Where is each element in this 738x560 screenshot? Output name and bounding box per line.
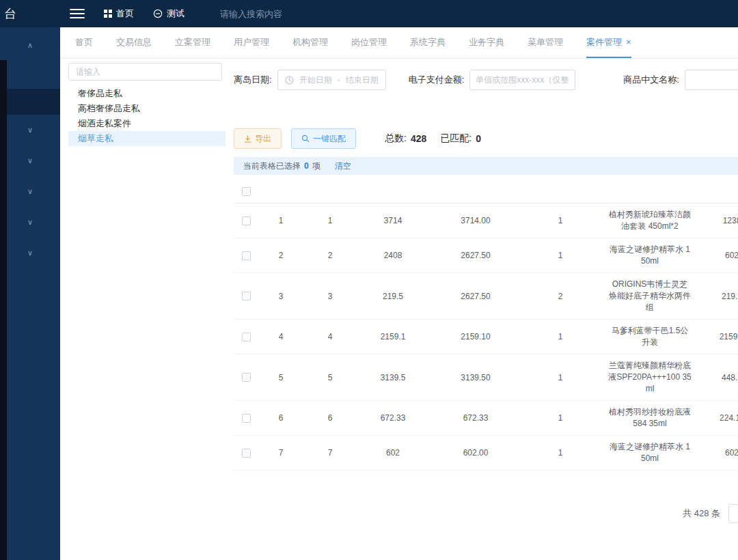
selection-prefix: 当前表格已选择 [243,160,301,172]
name-filter-label: 商品中文名称: [623,74,679,86]
cell-payment-amount: 2159.10 [429,332,522,341]
pagination-control[interactable] [728,504,738,523]
tab[interactable]: 案件管理 × [586,27,631,58]
row-checkbox[interactable] [242,292,251,300]
cell-total-price: 2159.1 [357,332,429,341]
one-click-match-button[interactable]: 一键匹配 [291,128,356,149]
date-start-placeholder[interactable]: 开始日期 [299,74,332,86]
tab[interactable]: 首页 [75,27,93,58]
select-all-checkbox[interactable] [242,187,251,196]
matched-label: 已匹配: [440,132,472,145]
cell-code: 6 [303,413,357,423]
date-end-placeholder[interactable]: 结束日期 [346,74,379,86]
cell-payment-amount: 672.33 [429,413,522,423]
tab[interactable]: 系统字典 [410,27,446,58]
row-checkbox[interactable] [242,449,251,458]
topbar-nav-test[interactable]: 测试 [153,8,184,20]
topbar-nav-home[interactable]: 首页 [104,8,134,20]
tab[interactable]: 立案管理 [175,27,210,58]
cell-product-seq: 1 [522,413,599,423]
sidebar-active-item[interactable] [0,89,60,115]
tab-label: 交易信息 [116,36,152,48]
clock-icon [285,76,294,85]
tree-item-label: 烟草走私 [78,133,113,143]
selection-suffix: 项 [312,160,320,172]
cell-index: 7 [258,448,303,458]
sidebar-group[interactable]: ∨ [0,176,60,207]
row-checkbox[interactable] [242,373,251,382]
cell-total-price: 219.5 [357,292,429,301]
tree-item[interactable]: 烟草走私 [68,131,226,146]
cell-product-name: 马爹利蓝带干邑1.5公升装 [599,320,701,354]
tree-search-input[interactable] [68,63,222,81]
table-row[interactable]: 8 8 1604.50 1604.50 1 卡诗菁纯亮泽经典香氛 160.45 [234,471,738,478]
selection-info-bar: 当前表格已选择 0 项 清空 [234,157,738,175]
table-row[interactable]: 6 6 672.33 672.33 1 植村秀羽纱持妆粉底液 584 35ml … [234,401,738,436]
minus-circle-icon [153,9,163,18]
table-row[interactable]: 1 1 3714 3714.00 1 植村秀新琥珀臻萃洁颜油套装 450ml*2… [234,204,738,238]
tab-label: 机构管理 [292,36,328,48]
tab[interactable]: 用户管理 [234,27,269,58]
tree-item[interactable]: 高档奢侈品走私 [68,101,226,116]
tab[interactable]: 菜单管理 [528,27,563,58]
cell-code: 4 [303,332,357,341]
cell-total-price: 3714 [357,216,429,225]
cell-code: 7 [303,448,357,458]
search-icon [301,135,310,143]
cell-product-name: 植村秀羽纱持妆粉底液 584 35ml [599,401,701,435]
tab-close-icon[interactable]: × [626,37,631,47]
sidebar-group[interactable]: ∨ [0,207,60,238]
row-checkbox[interactable] [242,414,251,423]
tab-label: 用户管理 [234,36,269,48]
tab[interactable]: 业务字典 [469,27,504,58]
cell-unit-price: 219.5 [701,292,738,301]
tab-bar: 首页 交易信息 立案管理 用户管理 机构管理 岗位管理 [60,27,738,59]
table-row[interactable]: 5 5 3139.5 3139.50 1 兰蔻菁纯臻颜精华粉底液SPF20PA+… [234,354,738,401]
cell-code: 1 [303,216,357,225]
table-header-row [234,180,738,204]
cell-index: 2 [258,251,303,260]
sidebar-group[interactable]: ∨ [0,145,60,176]
collapsed-sidebar: ∧ ∨ ∨ ∨ ∨ ∨ [0,27,60,560]
date-range-picker[interactable]: 开始日期 - 结束日期 [277,70,386,90]
tree-item[interactable]: 奢侈品走私 [68,86,226,101]
total-label: 总数: [385,132,407,145]
chevron-up-icon[interactable]: ∧ [0,41,60,52]
table-row[interactable]: 7 7 602 602.00 1 海蓝之谜修护精萃水 150ml 602 [234,436,738,471]
row-checkbox[interactable] [242,333,251,341]
selection-count: 0 [304,161,309,171]
cell-unit-price: 224.11 [701,413,738,423]
tab-label: 业务字典 [469,36,504,48]
table-row[interactable]: 3 3 219.5 2627.50 2 ORIGINS韦博士灵芝焕能好底子精华水… [234,273,738,320]
sidebar-group[interactable]: ∨ [0,115,60,145]
tab[interactable]: 机构管理 [292,27,328,58]
row-checkbox[interactable] [242,251,251,260]
topbar-nav-test-label: 测试 [167,8,184,20]
tab[interactable]: 岗位管理 [351,27,387,58]
cell-unit-price: 448.5 [701,373,738,382]
amount-filter-label: 电子支付金额: [409,74,465,86]
payment-amount-input[interactable] [469,70,575,90]
cell-product-name: 海蓝之谜修护精萃水 150ml [599,436,701,470]
cell-payment-amount: 2627.50 [429,251,522,260]
product-name-input[interactable] [685,70,738,90]
tree-item-label: 奢侈品走私 [78,88,122,98]
cell-unit-price: 602 [701,251,738,260]
results-table: 1 1 3714 3714.00 1 植村秀新琥珀臻萃洁颜油套装 450ml*2… [234,180,738,478]
tree-item[interactable]: 烟酒走私案件 [68,116,226,131]
tab[interactable]: 交易信息 [116,27,152,58]
hamburger-menu-icon[interactable] [70,9,85,18]
export-button[interactable]: 导出 [234,128,282,149]
cell-product-seq: 1 [522,448,599,458]
row-checkbox[interactable] [242,216,251,225]
topbar-search-input[interactable] [220,9,343,19]
pagination: 共 428 条 [234,504,738,523]
clear-selection-link[interactable]: 清空 [335,160,351,172]
cell-unit-price: 2159.1 [701,332,738,341]
table-row[interactable]: 4 4 2159.1 2159.10 1 马爹利蓝带干邑1.5公升装 2159.… [234,320,738,354]
date-filter-label: 离岛日期: [234,74,272,86]
sidebar-group[interactable]: ∨ [0,238,60,268]
table-row[interactable]: 2 2 2408 2627.50 1 海蓝之谜修护精萃水 150ml 602 [234,238,738,273]
chevron-down-icon: ∨ [27,126,33,135]
download-icon [244,135,251,143]
